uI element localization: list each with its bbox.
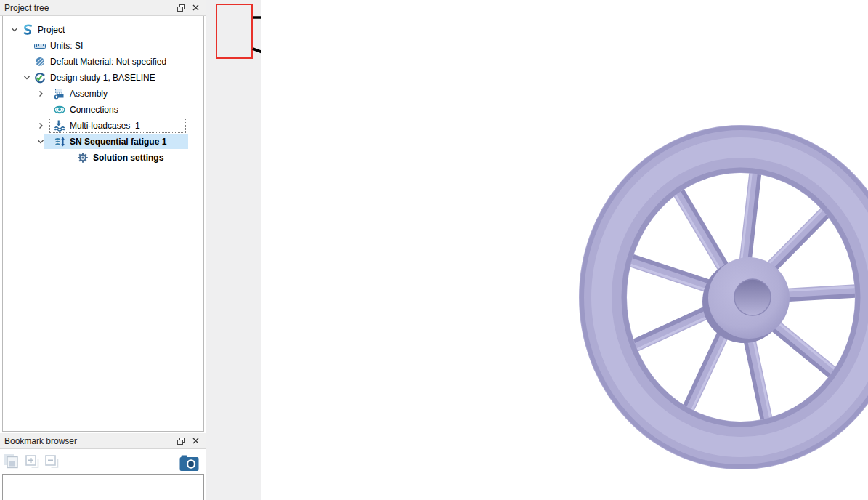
solution-settings-gear-icon: [77, 152, 89, 164]
tree-item-sn-sequential-fatigue[interactable]: SN Sequential fatigue 1: [3, 134, 203, 150]
tree-item-design-study[interactable]: Design study 1, BASELINE: [3, 70, 203, 86]
project-tree-title: Project tree: [4, 3, 172, 13]
float-panel-button[interactable]: [175, 2, 187, 14]
remove-bookmark-icon[interactable]: [44, 453, 61, 473]
material-icon: [34, 56, 46, 68]
float-icon: [177, 438, 185, 445]
connections-icon: [54, 104, 65, 116]
simcenter-logo-icon: [22, 24, 33, 36]
chevron-down-icon[interactable]: [21, 74, 33, 81]
design-study-icon: [34, 72, 46, 84]
close-icon: [192, 4, 199, 11]
multi-loadcases-icon: [54, 120, 65, 132]
assembly-icon: [54, 88, 65, 100]
bookmark-browser-title: Bookmark browser: [4, 436, 172, 446]
project-tree: Project Units: SI Default Material: Not …: [2, 16, 204, 432]
tree-item-solution-settings[interactable]: Solution settings: [3, 150, 203, 166]
application-window: Project tree Project Units: SI: [0, 0, 868, 500]
bookmark-toolbar: [0, 449, 206, 474]
model-viewport[interactable]: [261, 0, 868, 500]
camera-icon[interactable]: [179, 455, 199, 475]
tree-item-assembly[interactable]: Assembly: [3, 86, 203, 102]
chevron-down-icon[interactable]: [9, 26, 20, 33]
tree-item-project[interactable]: Project: [3, 22, 203, 38]
project-tree-titlebar: Project tree: [0, 0, 206, 16]
bookmark-browser-titlebar: Bookmark browser: [0, 433, 206, 449]
chevron-right-icon[interactable]: [35, 90, 46, 97]
chevron-down-icon[interactable]: [35, 138, 46, 145]
close-panel-button[interactable]: [190, 2, 201, 14]
close-panel-button[interactable]: [190, 435, 201, 447]
chevron-right-icon[interactable]: [35, 122, 46, 129]
close-icon: [192, 438, 199, 444]
bookmark-list[interactable]: [2, 474, 204, 500]
tree-item-default-material[interactable]: Default Material: Not specified: [3, 54, 203, 70]
ruler-icon: [34, 40, 46, 52]
float-panel-button[interactable]: [175, 435, 187, 447]
tree-item-connections[interactable]: Connections: [3, 102, 203, 118]
tree-item-multi-loadcases[interactable]: Multi-loadcases 1: [3, 118, 203, 134]
copy-bookmark-icon[interactable]: [4, 453, 20, 473]
add-bookmark-icon[interactable]: [25, 453, 41, 473]
fatigue-icon: [54, 136, 65, 148]
float-icon: [177, 4, 185, 12]
tree-item-units[interactable]: Units: SI: [3, 38, 203, 54]
wheel-model: [574, 118, 868, 475]
